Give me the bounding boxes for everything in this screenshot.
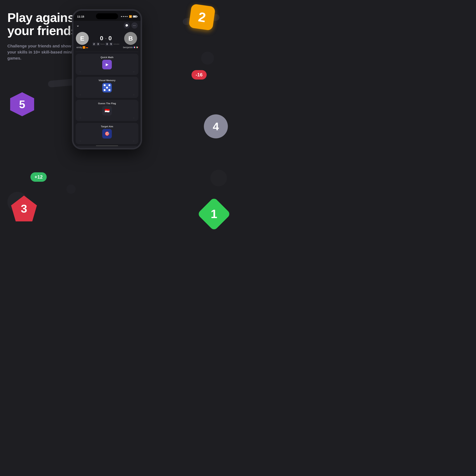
- target-aim-title: Target Aim: [101, 125, 113, 128]
- num-3-label: 3: [21, 202, 27, 215]
- signal-dot-3: [125, 16, 126, 17]
- signal-dot-4: [127, 16, 127, 17]
- floating-num-2: 2: [188, 4, 216, 31]
- visual-memory-title: Visual Memory: [99, 79, 116, 82]
- game-item-visual-memory[interactable]: Visual Memory: [76, 77, 138, 98]
- floating-num-5: 5: [10, 92, 34, 116]
- game-item-guess-flag[interactable]: Guess The Flag 🇮🇩 – –: [76, 100, 138, 121]
- guess-flag-icon: 🇮🇩: [102, 106, 112, 116]
- vm-score-1: –: [80, 94, 81, 96]
- phone-mockup: 11:15 📶 ⌄: [72, 9, 142, 150]
- score-section: 0 - 0 2 3 hours 3 5 minutes: [92, 35, 119, 46]
- grid-icon: [104, 84, 110, 91]
- phone-body: 11:15 📶 ⌄: [72, 9, 142, 150]
- emily-name: emily 🇩🇪: [76, 46, 88, 49]
- home-indicator: [96, 145, 118, 146]
- min-digit-1: 3: [105, 42, 109, 46]
- qm-score-1: –: [80, 70, 81, 73]
- gf-score-2: –: [133, 117, 134, 119]
- score-dash: -: [105, 36, 107, 41]
- floating-badge-minus16: -16: [191, 70, 207, 80]
- benjamin-name: benjamin 🇫🇷 🇮🇹: [123, 46, 138, 49]
- emily-score: 0: [100, 35, 103, 42]
- emily-flag: 🇩🇪: [86, 46, 88, 48]
- quick-math-scores: – –: [78, 70, 136, 73]
- minutes-label: minutes: [114, 43, 119, 45]
- score-display: 0 - 0: [100, 35, 112, 42]
- hour-digit-2: 3: [97, 42, 100, 46]
- wifi-icon: 📶: [129, 15, 132, 18]
- more-button[interactable]: ⋯: [131, 22, 138, 29]
- more-dots-icon: ⋯: [133, 24, 136, 27]
- signal-dot-2: [123, 16, 124, 17]
- benjamin-score: 0: [108, 35, 112, 42]
- emily-initial: E: [80, 35, 84, 42]
- target-icon: 🎯: [105, 131, 110, 136]
- num-5-label: 5: [19, 98, 25, 111]
- visual-memory-icon: [102, 83, 112, 92]
- benjamin-initial: B: [128, 35, 133, 42]
- floating-badge-plus12: +12: [31, 172, 47, 182]
- emily-player: E emily 🇩🇪: [76, 32, 89, 49]
- bg-circle-4: [67, 185, 76, 194]
- plus12-label: +12: [34, 174, 43, 180]
- chat-button[interactable]: [124, 22, 130, 29]
- target-aim-icon: 🎯: [102, 129, 112, 138]
- ta-score-1: –: [80, 140, 81, 142]
- benjamin-avatar: B: [124, 32, 137, 45]
- vm-score-2: –: [133, 94, 134, 96]
- status-time: 11:15: [77, 15, 84, 18]
- battery-icon: [133, 16, 137, 17]
- status-icons: 📶: [121, 15, 137, 18]
- chevron-down-icon[interactable]: ⌄: [76, 23, 79, 28]
- num-2-label: 2: [197, 9, 207, 25]
- signal-dot-1: [121, 16, 122, 17]
- guess-flag-title: Guess The Flag: [98, 102, 116, 105]
- chat-icon: [125, 24, 128, 27]
- time-display: 2 3 hours 3 5 minutes: [92, 42, 119, 46]
- qm-score-2: –: [133, 70, 134, 73]
- phone-top-bar: ⌄ ⋯: [73, 21, 141, 30]
- vs-section: E emily 🇩🇪 0 - 0 2: [73, 30, 141, 52]
- bg-circle-3: [210, 170, 227, 186]
- flag-display: 🇮🇩: [105, 108, 110, 113]
- game-list: Quick Math ▶ – – Visual Memory: [73, 54, 141, 148]
- hours-label: hours: [101, 43, 105, 45]
- game-item-reaction-time[interactable]: Reaction Time TAP! – –: [76, 146, 138, 148]
- min-digit-2: 5: [109, 42, 113, 46]
- floating-num-4: 4: [204, 114, 228, 138]
- visual-memory-scores: – –: [78, 94, 136, 96]
- top-bar-icons: ⋯: [124, 22, 138, 29]
- minus16-label: -16: [196, 72, 203, 78]
- quick-math-icon: ▶: [102, 60, 112, 69]
- benjamin-flag1: 🇫🇷: [133, 46, 136, 48]
- ta-score-2: –: [133, 140, 134, 142]
- game-item-quick-math[interactable]: Quick Math ▶ – –: [76, 54, 138, 75]
- num-4-label: 4: [213, 120, 219, 133]
- target-aim-scores: – –: [78, 140, 136, 142]
- emily-avatar: E: [76, 32, 89, 45]
- game-item-target-aim[interactable]: Target Aim 🎯 – –: [76, 123, 138, 144]
- benjamin-player: B benjamin 🇫🇷 🇮🇹: [123, 32, 138, 49]
- benjamin-flag2: 🇮🇹: [136, 46, 138, 48]
- dynamic-island: [96, 13, 118, 19]
- phone-content: ⌄ ⋯ E emily: [73, 21, 141, 148]
- hour-digit-1: 2: [92, 42, 96, 46]
- gf-score-1: –: [80, 117, 81, 119]
- bg-circle-2: [201, 52, 214, 65]
- guess-flag-scores: – –: [78, 117, 136, 119]
- quick-math-title: Quick Math: [101, 56, 114, 59]
- emily-badge-orange: [83, 46, 85, 49]
- num-1-label: 1: [211, 207, 217, 221]
- floating-num-1: 1: [197, 197, 231, 231]
